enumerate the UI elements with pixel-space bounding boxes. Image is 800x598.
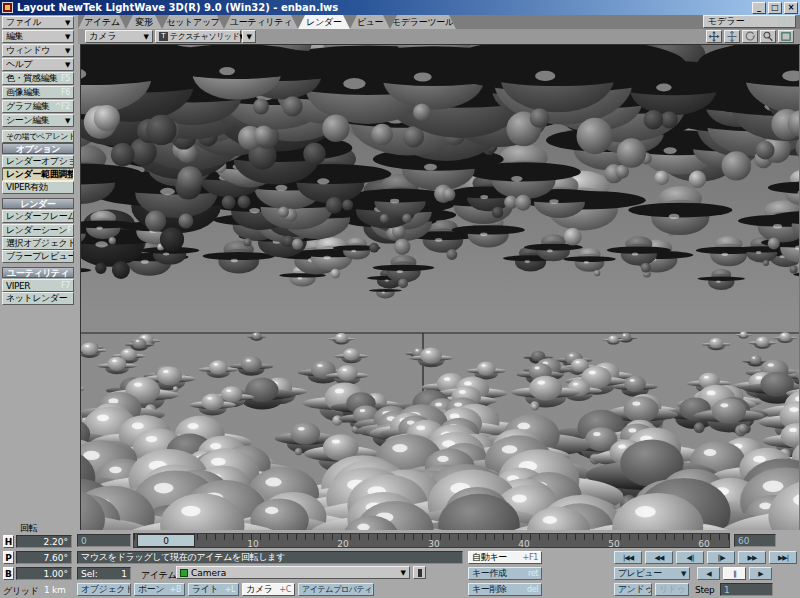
tab-utilities[interactable]: ユーティリティ [224, 15, 298, 29]
current-item-value: Camera [191, 568, 226, 578]
menu-edit[interactable]: 編集 ▼ [2, 30, 74, 43]
tab-view[interactable]: ビュー [350, 15, 390, 29]
tick-label: 10 [247, 539, 258, 548]
shade-mode-icon: T [159, 32, 168, 41]
preview-select[interactable]: プレビュー ▼ [614, 567, 690, 580]
delete-key-button[interactable]: キー削除 del [468, 583, 542, 596]
graph-editor-button[interactable]: グラフ編集 ^F2 [2, 100, 74, 113]
chevron-down-icon: ▼ [144, 33, 149, 41]
end-frame-field[interactable]: 60 [734, 534, 776, 547]
create-key-button[interactable]: キー作成 ret [468, 567, 542, 580]
scene-editor-button[interactable]: シーン編集 ▼ [2, 114, 74, 127]
image-editor-button[interactable]: 画像編集 F6 [2, 86, 74, 99]
viewport[interactable] [80, 44, 800, 530]
parent-in-place-button[interactable]: その場でペアレント [2, 130, 74, 143]
modeler-button[interactable]: モデラー F12 [703, 15, 796, 28]
item-properties-button[interactable]: アイテムプロパティ p [298, 583, 374, 596]
tab-modify[interactable]: 変形 [126, 15, 162, 29]
render-options-button[interactable]: レンダーオプション [2, 155, 74, 168]
bones-mode-label: ボーン [138, 583, 164, 596]
shade-mode-select[interactable]: T テクスチャソリッド ▼ [155, 30, 241, 43]
menu-window[interactable]: ウィンドウ ▼ [2, 44, 74, 57]
viewport-options-button[interactable]: ▼ [242, 30, 256, 43]
auto-key-label: 自動キー [472, 551, 507, 564]
menu-file[interactable]: ファイル ▼ [2, 16, 74, 29]
timeline-slider-thumb[interactable]: 0 [137, 534, 195, 547]
timeline-ruler[interactable]: 10 20 30 40 50 60 [133, 533, 730, 548]
lights-mode-shortcut: +L [225, 585, 235, 594]
view-type-select[interactable]: カメラ ▼ [85, 30, 153, 43]
viewport-rotate-button[interactable] [742, 30, 758, 43]
tab-setup[interactable]: セットアップ [162, 15, 224, 29]
viewport-scene[interactable] [81, 45, 799, 530]
pitch-value[interactable]: 7.60° [16, 551, 72, 564]
window-title: Layout NewTek LightWave 3D(R) 9.0 (Win32… [17, 2, 750, 13]
lights-mode-label: ライト [192, 583, 218, 596]
item-list-button[interactable] [413, 566, 426, 579]
cameras-mode-button[interactable]: カメラ +C [242, 583, 295, 596]
viper-label: VIPER [6, 281, 30, 291]
tab-items[interactable]: アイテム [78, 15, 126, 29]
pause-button[interactable]: || [723, 567, 746, 580]
tick-label: 40 [518, 539, 529, 548]
pan-icon [726, 31, 738, 42]
close-icon[interactable]: × [784, 2, 798, 14]
image-editor-shortcut: F6 [61, 88, 70, 97]
tick-label: 30 [428, 539, 439, 548]
menu-help[interactable]: ヘルプ ▼ [2, 58, 74, 71]
prev-frame-button[interactable]: ◀|| [676, 551, 704, 564]
minimize-icon[interactable]: _ [752, 2, 766, 14]
redo-label: リドゥ [659, 583, 685, 596]
viewport-maximize-button[interactable] [778, 30, 794, 43]
go-end-button[interactable]: ▶▶| [769, 551, 797, 564]
viewport-move-button[interactable] [706, 30, 722, 43]
tab-modeler-tools[interactable]: モデラーツール [390, 15, 456, 29]
bones-mode-button[interactable]: ボーン +B [134, 583, 185, 596]
viper-button[interactable]: VIPER F7 [2, 279, 74, 292]
surface-editor-button[interactable]: 色・質感編集 F5 [2, 72, 74, 85]
move-icon [708, 31, 720, 42]
next-frame-button[interactable]: ||▶ [707, 551, 735, 564]
render-frame-label: レンダーフレーム [6, 210, 74, 223]
undo-button[interactable]: アンドゥ Z [614, 583, 652, 596]
blur-preview-button[interactable]: ブラープレビュー +F9 [2, 250, 74, 263]
objects-mode-button[interactable]: オブジェクト +O [77, 583, 131, 596]
limited-region-button[interactable]: レンダー範囲調整 [2, 168, 74, 181]
surface-editor-shortcut: F5 [61, 74, 70, 83]
play-forward-button[interactable]: ▶ [749, 567, 772, 580]
section-render: レンダー [2, 198, 74, 209]
render-scene-button[interactable]: レンダーシーン F10 [2, 224, 74, 237]
maximize-icon[interactable]: □ [768, 2, 782, 14]
tab-render[interactable]: レンダー [298, 15, 350, 29]
pitch-channel-button[interactable]: P [3, 551, 14, 564]
network-render-label: ネットレンダー [6, 292, 67, 305]
lights-mode-button[interactable]: ライト +L [188, 583, 239, 596]
grid-label: グリッド [3, 585, 39, 598]
network-render-button[interactable]: ネットレンダー [2, 292, 74, 305]
surface-editor-label: 色・質感編集 [6, 72, 58, 85]
item-list-icon [418, 569, 422, 577]
next-key-button[interactable]: ▶▶ [738, 551, 766, 564]
go-start-button[interactable]: |◀◀ [614, 551, 642, 564]
viewport-pan-button[interactable] [724, 30, 740, 43]
redo-button[interactable]: リドゥ [655, 583, 689, 596]
play-reverse-button[interactable]: ◀ [697, 567, 720, 580]
current-frame-field[interactable]: 0 [77, 534, 131, 547]
prev-key-button[interactable]: ◀◀ [645, 551, 673, 564]
heading-value[interactable]: 2.20° [16, 535, 72, 548]
bank-value[interactable]: 1.00° [16, 567, 72, 580]
bank-channel-button[interactable]: B [3, 567, 14, 580]
step-field[interactable]: 1 [720, 583, 773, 596]
camera-item-icon [180, 569, 188, 577]
tick-label: 20 [337, 539, 348, 548]
chevron-down-icon: ▼ [65, 19, 70, 27]
auto-key-button[interactable]: 自動キー +F1 [468, 551, 542, 564]
enable-viper-label: VIPER有効 [6, 181, 47, 194]
enable-viper-button[interactable]: VIPER有効 [2, 181, 74, 194]
viewport-zoom-button[interactable] [760, 30, 776, 43]
heading-channel-button[interactable]: H [3, 535, 14, 548]
current-item-select[interactable]: Camera ▼ [176, 566, 410, 579]
delete-key-label: キー削除 [472, 583, 507, 596]
render-frame-button[interactable]: レンダーフレーム F9 [2, 210, 74, 223]
render-selected-button[interactable]: 選択オブジェクト [2, 237, 74, 250]
